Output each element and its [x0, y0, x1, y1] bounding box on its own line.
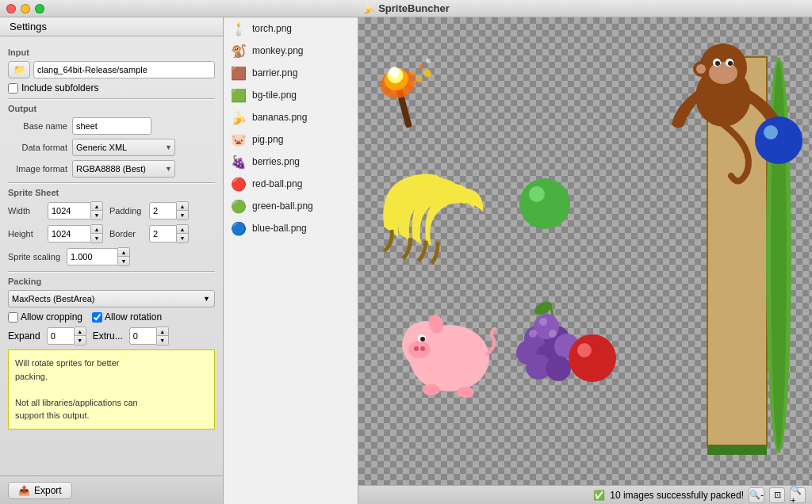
- width-label: Width: [8, 206, 41, 216]
- tooltip-line1: Will rotate sprites for better: [15, 358, 119, 368]
- svg-point-8: [423, 68, 432, 78]
- file-thumb-pig: 🐷: [230, 131, 247, 148]
- data-format-select-wrap: Generic XML Cocos2D JSON JSON Array ▼: [72, 139, 175, 156]
- allow-cropping-checkbox[interactable]: [8, 312, 18, 323]
- extrude-stepper-buttons: ▲ ▼: [157, 326, 169, 346]
- width-down-button[interactable]: ▼: [91, 211, 102, 220]
- sprite-scaling-input[interactable]: [67, 248, 118, 265]
- extrude-stepper: ▲ ▼: [129, 326, 169, 346]
- settings-tab[interactable]: Settings: [0, 17, 223, 36]
- border-input[interactable]: [149, 225, 177, 242]
- zoom-out-button[interactable]: 🔍-: [749, 487, 764, 503]
- file-name-green-ball: green-ball.png: [252, 200, 313, 212]
- height-label: Height: [8, 229, 41, 239]
- allow-options-row: Allow cropping Allow rotation: [8, 311, 215, 323]
- extrude-down-button[interactable]: ▼: [157, 336, 168, 345]
- maximize-button[interactable]: [35, 4, 44, 13]
- width-up-button[interactable]: ▲: [91, 202, 102, 211]
- zoom-fit-button[interactable]: ⊡: [769, 487, 785, 503]
- status-text: 10 images successfully packed!: [610, 490, 744, 501]
- red-ball-highlight: [577, 343, 592, 357]
- extrude-input[interactable]: [129, 327, 157, 345]
- expand-input[interactable]: [47, 327, 75, 345]
- expand-stepper: ▲ ▼: [47, 326, 86, 346]
- svg-point-25: [414, 346, 419, 351]
- svg-point-31: [457, 387, 474, 398]
- data-format-select[interactable]: Generic XML Cocos2D JSON JSON Array: [72, 139, 175, 156]
- padding-input[interactable]: [149, 202, 177, 220]
- expand-extrude-row: Expand ▲ ▼ Extru... ▲ ▼: [8, 326, 215, 346]
- padding-label: Padding: [109, 206, 143, 216]
- height-up-button[interactable]: ▲: [91, 225, 102, 234]
- file-thumb-berries: 🍇: [230, 153, 247, 170]
- panel-content: Input 📁 Include subfolders Output Base n…: [0, 36, 223, 475]
- tooltip-line2: packing.: [15, 372, 48, 381]
- border-up-button[interactable]: ▲: [177, 225, 188, 234]
- svg-point-43: [539, 318, 547, 326]
- file-item-barrier[interactable]: 🟫 barrier.png: [224, 62, 358, 84]
- folder-icon: 📁: [13, 64, 25, 75]
- svg-point-12: [709, 62, 737, 84]
- app-icon: 🍌: [362, 3, 374, 14]
- padding-down-button[interactable]: ▼: [177, 211, 188, 220]
- svg-point-40: [546, 356, 571, 381]
- include-subfolders-checkbox[interactable]: [8, 83, 18, 94]
- zoom-in-button[interactable]: 🔍+: [790, 487, 806, 503]
- content-area: Settings Input 📁 Include subfolders Outp…: [0, 17, 812, 504]
- sprite-scaling-down-button[interactable]: ▼: [118, 257, 129, 265]
- base-name-input[interactable]: [72, 117, 151, 135]
- export-label: Export: [34, 485, 62, 496]
- expand-up-button[interactable]: ▲: [75, 327, 86, 336]
- file-thumb-torch: 🕯️: [230, 20, 247, 37]
- border-stepper: ▲ ▼: [149, 224, 189, 243]
- height-border-row: Height ▲ ▼ Border ▲ ▼: [8, 224, 215, 243]
- file-item-monkey[interactable]: 🐒 monkey.png: [224, 40, 358, 62]
- green-ball-sprite: [519, 178, 570, 229]
- file-item-bg-tile[interactable]: 🟩 bg-tile.png: [224, 84, 358, 106]
- image-format-select[interactable]: RGBA8888 (Best) RGBA4444 RGB888 RGB565: [72, 160, 175, 178]
- sprite-scaling-up-button[interactable]: ▲: [118, 248, 129, 257]
- sprite-canvas-svg: [358, 17, 812, 485]
- base-name-row: Base name: [8, 117, 215, 135]
- tooltip-line5: support this output.: [15, 410, 90, 420]
- input-folder-row: 📁: [8, 61, 215, 78]
- expand-stepper-buttons: ▲ ▼: [75, 326, 86, 346]
- extrude-label: Extru...: [93, 330, 123, 342]
- height-input[interactable]: [48, 225, 91, 242]
- extrude-up-button[interactable]: ▲: [157, 327, 168, 336]
- allow-rotation-checkbox[interactable]: [92, 312, 102, 323]
- file-item-red-ball[interactable]: 🔴 red-ball.png: [224, 173, 358, 195]
- export-button[interactable]: 📤 Export: [8, 482, 72, 499]
- file-item-torch[interactable]: 🕯️ torch.png: [224, 17, 358, 40]
- folder-browse-button[interactable]: 📁: [8, 61, 30, 78]
- sprite-scaling-stepper-buttons: ▲ ▼: [118, 247, 130, 266]
- file-name-berries: berries.png: [252, 156, 300, 167]
- file-item-berries[interactable]: 🍇 berries.png: [224, 151, 358, 173]
- file-item-pig[interactable]: 🐷 pig.png: [224, 128, 358, 151]
- sprite-scaling-stepper: ▲ ▼: [67, 247, 130, 266]
- file-item-blue-ball[interactable]: 🔵 blue-ball.png: [224, 217, 358, 239]
- svg-point-30: [423, 384, 440, 395]
- height-down-button[interactable]: ▼: [91, 234, 102, 242]
- svg-point-42: [549, 330, 557, 338]
- svg-point-24: [408, 341, 431, 358]
- data-format-label: Data format: [8, 143, 67, 152]
- svg-point-6: [416, 76, 423, 84]
- file-item-green-ball[interactable]: 🟢 green-ball.png: [224, 195, 358, 217]
- close-button[interactable]: [6, 4, 16, 13]
- blue-ball-sprite: [755, 116, 802, 164]
- minimize-button[interactable]: [21, 4, 30, 13]
- padding-up-button[interactable]: ▲: [177, 202, 188, 211]
- app-title: SpriteBuncher: [378, 2, 450, 14]
- expand-down-button[interactable]: ▼: [75, 336, 86, 345]
- file-name-torch: torch.png: [252, 23, 292, 34]
- file-item-bananas[interactable]: 🍌 bananas.png: [224, 106, 358, 128]
- output-section-label: Output: [8, 104, 215, 113]
- packing-algorithm-select[interactable]: MaxRects (BestArea) MaxRects (BestShort)…: [8, 290, 215, 307]
- image-format-select-wrap: RGBA8888 (Best) RGBA4444 RGB888 RGB565 ▼: [72, 160, 175, 178]
- width-input[interactable]: [48, 202, 91, 220]
- folder-path-input[interactable]: [33, 61, 215, 78]
- base-name-label: Base name: [8, 121, 67, 131]
- file-thumb-bananas: 🍌: [230, 109, 247, 126]
- border-down-button[interactable]: ▼: [177, 234, 188, 242]
